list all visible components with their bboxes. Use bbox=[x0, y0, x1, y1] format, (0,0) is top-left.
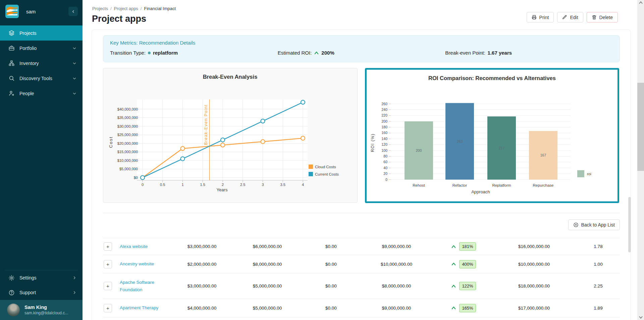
table-row: +Apache Software Foundation$3,000,000.00… bbox=[103, 273, 620, 299]
sidebar-item-label: Projects bbox=[19, 30, 37, 36]
key-metrics-panel: Key Metrics: Recommendation Details Tran… bbox=[103, 35, 620, 62]
sidebar-header: sam bbox=[0, 0, 83, 23]
sidebar-item-label: People bbox=[19, 91, 34, 96]
circle-x-icon bbox=[573, 222, 579, 228]
ratio-cell: 2.25 bbox=[576, 283, 621, 289]
breakeven-chart: $0$5,000,000$10,000,000$15,000,000$20,00… bbox=[103, 68, 357, 202]
svg-text:200: 200 bbox=[381, 119, 387, 123]
amount-cell: $9,000,000.00 bbox=[358, 244, 435, 249]
page-title: Project apps bbox=[92, 14, 146, 24]
section-divider bbox=[103, 213, 620, 213]
breakeven-chart-card[interactable]: $0$5,000,000$10,000,000$15,000,000$20,00… bbox=[103, 68, 358, 203]
svg-text:3.5: 3.5 bbox=[280, 183, 285, 187]
roi-badge: 181% bbox=[459, 242, 476, 251]
app-name-link[interactable]: Alexa website bbox=[120, 244, 148, 249]
svg-text:160: 160 bbox=[381, 131, 387, 135]
print-button[interactable]: Print bbox=[527, 12, 554, 22]
user-menu[interactable]: Sam King sam.king@tidalcloud.c... bbox=[0, 300, 83, 320]
amount-cell: $8,000,000.00 bbox=[358, 283, 435, 289]
scrollbar-thumb[interactable] bbox=[637, 83, 644, 171]
inner-scrollbar-thumb[interactable] bbox=[628, 197, 631, 252]
expand-row-button[interactable]: + bbox=[104, 242, 112, 251]
amount-cell: $0.00 bbox=[304, 244, 358, 249]
layers-icon bbox=[8, 30, 15, 36]
breadcrumb-item: Financial Impact bbox=[144, 6, 176, 11]
amount-cell: $8,000,000.00 bbox=[230, 262, 304, 267]
amount-cell: $18,000,000.00 bbox=[492, 283, 576, 289]
user-name: Sam King bbox=[24, 305, 68, 310]
svg-text:240: 240 bbox=[381, 108, 387, 112]
app-name-link[interactable]: Apache Software Foundation bbox=[120, 280, 154, 292]
sidebar-item-discovery-tools[interactable]: Discovery Tools bbox=[0, 71, 83, 86]
main-area: Projects/Project apps/Financial Impact P… bbox=[83, 0, 637, 320]
amount-cell: $6,000,000.00 bbox=[230, 244, 304, 249]
scrollbar-up-arrow[interactable] bbox=[637, 0, 644, 5]
sidebar-footer: SettingsSupport Sam King sam.king@tidalc… bbox=[0, 270, 83, 320]
tidal-logo bbox=[5, 5, 19, 18]
estimated-roi-metric: Estimated ROI: 200% bbox=[278, 50, 445, 56]
amount-cell: $17,000,000.00 bbox=[492, 306, 576, 311]
svg-text:$20,000,000: $20,000,000 bbox=[117, 141, 138, 145]
transition-dot-icon bbox=[148, 52, 151, 54]
people-gear-icon bbox=[8, 90, 15, 97]
svg-text:Repurchase: Repurchase bbox=[533, 183, 553, 187]
svg-text:217: 217 bbox=[499, 146, 505, 150]
expand-row-button[interactable]: + bbox=[104, 260, 112, 268]
amount-cell: $10,000,000.00 bbox=[492, 262, 576, 267]
breadcrumb-item[interactable]: Project apps bbox=[114, 6, 138, 11]
briefcase-icon bbox=[8, 45, 15, 51]
svg-text:200: 200 bbox=[416, 148, 422, 152]
ratio-cell: 1.00 bbox=[576, 262, 621, 267]
expand-row-button[interactable]: + bbox=[104, 282, 112, 290]
help-icon bbox=[8, 290, 15, 296]
svg-text:260: 260 bbox=[381, 102, 387, 106]
breadcrumb-item[interactable]: Projects bbox=[92, 6, 108, 11]
app-window: sam ProjectsPortfolioInventoryDiscovery … bbox=[0, 0, 644, 320]
sidebar-item-settings[interactable]: Settings bbox=[0, 270, 83, 285]
amount-cell: $5,000,000.00 bbox=[230, 306, 304, 311]
app-name-link[interactable]: Ancestry website bbox=[120, 261, 154, 266]
svg-text:Cloud Costs: Cloud Costs bbox=[315, 165, 336, 169]
sidebar-item-support[interactable]: Support bbox=[0, 285, 83, 300]
header-actions: Print Edit Delete bbox=[527, 12, 618, 22]
svg-text:$35,000,000: $35,000,000 bbox=[117, 116, 138, 120]
sidebar-item-portfolio[interactable]: Portfolio bbox=[0, 41, 83, 56]
expand-row-button[interactable]: + bbox=[104, 304, 112, 312]
table-row: +Alexa website$3,000,000.00$6,000,000.00… bbox=[103, 238, 620, 255]
svg-text:263: 263 bbox=[457, 139, 463, 143]
edit-button[interactable]: Edit bbox=[557, 12, 583, 22]
svg-text:100: 100 bbox=[381, 148, 387, 152]
scrollbar-down-arrow[interactable] bbox=[637, 315, 644, 320]
svg-text:80: 80 bbox=[383, 154, 387, 158]
sidebar-item-people[interactable]: People bbox=[0, 86, 83, 101]
chevron-down-icon bbox=[72, 46, 76, 50]
breadcrumb-separator: / bbox=[141, 6, 142, 11]
back-to-app-list-button[interactable]: Back to App List bbox=[568, 219, 620, 230]
roi-badge: 165% bbox=[459, 304, 476, 312]
roi-chart-card-selected[interactable]: 020406080100120140160180200220240260200R… bbox=[365, 68, 619, 203]
sidebar-collapse-button[interactable] bbox=[68, 7, 78, 16]
sidebar-item-projects[interactable]: Projects bbox=[0, 25, 83, 41]
table-row: +Apartment Therapy$4,000,000.00$5,000,00… bbox=[103, 299, 620, 317]
svg-text:Replatform: Replatform bbox=[492, 183, 511, 187]
amount-cell: $0.00 bbox=[304, 306, 358, 311]
sidebar-item-inventory[interactable]: Inventory bbox=[0, 56, 83, 71]
ratio-cell: 1.89 bbox=[576, 306, 621, 311]
svg-text:0: 0 bbox=[142, 183, 144, 187]
svg-text:roi: roi bbox=[587, 172, 591, 176]
roi-cell: 400% bbox=[435, 260, 492, 268]
svg-text:$30,000,000: $30,000,000 bbox=[117, 124, 138, 128]
svg-text:2.5: 2.5 bbox=[240, 183, 245, 187]
svg-text:Cost: Cost bbox=[108, 136, 113, 148]
gear-icon bbox=[8, 275, 15, 281]
chevron-right-icon bbox=[72, 291, 76, 295]
roi-cell: 181% bbox=[435, 242, 492, 251]
svg-text:0.5: 0.5 bbox=[160, 183, 165, 187]
amount-cell: $16,000,000.00 bbox=[492, 244, 576, 249]
roi-chart: 020406080100120140160180200220240260200R… bbox=[367, 70, 618, 201]
delete-button[interactable]: Delete bbox=[587, 12, 618, 22]
content-card: Key Metrics: Recommendation Details Tran… bbox=[92, 29, 631, 320]
app-name-link[interactable]: Apartment Therapy bbox=[120, 305, 158, 310]
apps-table: +Alexa website$3,000,000.00$6,000,000.00… bbox=[103, 238, 620, 317]
workspace-name: sam bbox=[26, 9, 36, 14]
